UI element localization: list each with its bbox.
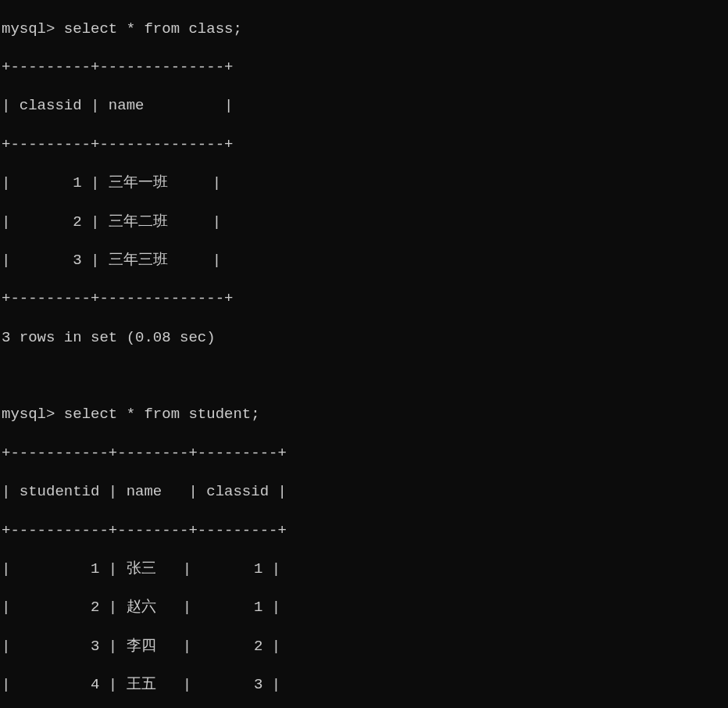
blank-line xyxy=(2,367,728,386)
q1-header: | classid | name | xyxy=(2,96,728,116)
q2-sep-top: +-----------+--------+---------+ xyxy=(2,444,728,463)
q2-header: | studentid | name | classid | xyxy=(2,482,728,502)
prompt-line-2[interactable]: mysql> select * from student; xyxy=(2,405,728,424)
prompt-line-1[interactable]: mysql> select * from class; xyxy=(2,20,728,39)
terminal-output: mysql> select * from class; +---------+-… xyxy=(0,0,728,708)
query-2-command: select * from student; xyxy=(64,406,260,423)
mysql-prompt: mysql> xyxy=(2,406,55,423)
q2-sep-mid: +-----------+--------+---------+ xyxy=(2,521,728,541)
query-1-command: select * from class; xyxy=(64,20,242,38)
q1-sep-top: +---------+--------------+ xyxy=(2,58,728,77)
mysql-prompt: mysql> xyxy=(2,20,55,38)
q1-row: | 1 | 三年一班 | xyxy=(2,173,728,193)
q2-row: | 4 | 王五 | 3 | xyxy=(2,675,728,695)
q1-row: | 3 | 三年三班 | xyxy=(2,251,728,270)
q2-row: | 1 | 张三 | 1 | xyxy=(2,560,728,579)
q1-sep-mid: +---------+--------------+ xyxy=(2,135,728,155)
q2-row: | 3 | 李四 | 2 | xyxy=(2,637,728,656)
q1-status: 3 rows in set (0.08 sec) xyxy=(2,328,728,348)
q1-row: | 2 | 三年二班 | xyxy=(2,213,728,232)
q1-sep-bot: +---------+--------------+ xyxy=(2,289,728,309)
q2-row: | 2 | 赵六 | 1 | xyxy=(2,598,728,617)
